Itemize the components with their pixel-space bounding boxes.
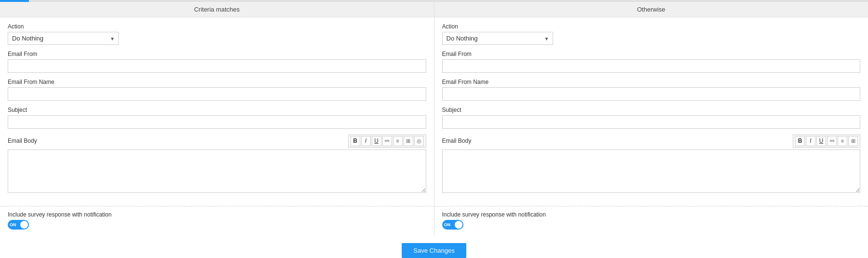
left-table-button[interactable]: ⊞ bbox=[404, 136, 413, 146]
right-bold-button[interactable]: B bbox=[795, 136, 805, 146]
right-toggle-wrapper: ON bbox=[442, 220, 861, 230]
right-email-from-group: Email From bbox=[442, 51, 861, 73]
left-toggle-on-label: ON bbox=[10, 222, 16, 227]
left-email-from-name-label: Email From Name bbox=[8, 79, 426, 85]
right-italic-button[interactable]: I bbox=[806, 136, 815, 146]
left-italic-button[interactable]: I bbox=[361, 136, 371, 146]
right-subject-input[interactable] bbox=[442, 115, 861, 129]
left-action-select-wrapper: Do Nothing Send Email Send SMS ▼ bbox=[8, 32, 119, 45]
right-email-body-label: Email Body bbox=[442, 137, 472, 144]
right-toggle-on-label: ON bbox=[444, 222, 451, 227]
right-email-body-label-row: Email Body B I U ⚯ ≡ ⊞ bbox=[442, 135, 861, 148]
left-action-group: Action Do Nothing Send Email Send SMS ▼ bbox=[8, 23, 426, 45]
left-email-from-label: Email From bbox=[8, 51, 426, 57]
left-email-body-textarea[interactable] bbox=[8, 149, 426, 193]
criteria-matches-header: Criteria matches bbox=[0, 2, 434, 17]
right-email-from-name-group: Email From Name bbox=[442, 79, 861, 101]
right-underline-button[interactable]: U bbox=[816, 136, 826, 146]
left-email-from-input[interactable] bbox=[8, 59, 426, 73]
right-email-from-name-input[interactable] bbox=[442, 87, 861, 101]
right-email-from-label: Email From bbox=[442, 51, 861, 57]
right-align-button[interactable]: ≡ bbox=[838, 136, 847, 146]
left-email-body-label-row: Email Body B I U ⚯ ≡ ⊞ ◎ bbox=[8, 135, 426, 148]
left-underline-button[interactable]: U bbox=[372, 136, 381, 146]
left-image-button[interactable]: ◎ bbox=[414, 136, 424, 146]
right-toggle-switch[interactable]: ON bbox=[442, 220, 463, 230]
left-toggle-wrapper: ON bbox=[8, 220, 426, 230]
criteria-matches-column: Criteria matches Action Do Nothing Send … bbox=[0, 2, 434, 235]
left-subject-input[interactable] bbox=[8, 115, 426, 129]
left-link-button[interactable]: ⚯ bbox=[382, 136, 392, 146]
right-action-select-wrapper: Do Nothing Send Email Send SMS ▼ bbox=[442, 32, 553, 45]
left-toggle-track: ON bbox=[8, 220, 29, 230]
right-email-body-textarea[interactable] bbox=[442, 149, 861, 193]
right-subject-group: Subject bbox=[442, 107, 861, 129]
right-toggle-knob bbox=[455, 221, 462, 229]
right-action-select[interactable]: Do Nothing Send Email Send SMS bbox=[442, 32, 553, 45]
left-survey-notification-label: Include survey response with notificatio… bbox=[8, 211, 426, 218]
left-toggle-knob bbox=[20, 221, 28, 229]
left-email-body-group: Email Body B I U ⚯ ≡ ⊞ ◎ bbox=[8, 135, 426, 194]
left-bold-button[interactable]: B bbox=[351, 136, 360, 146]
otherwise-column: Otherwise Action Do Nothing Send Email S… bbox=[434, 2, 868, 235]
left-email-from-name-input[interactable] bbox=[8, 87, 426, 101]
right-toggle-track: ON bbox=[442, 220, 463, 230]
right-editor-toolbar: B I U ⚯ ≡ ⊞ bbox=[793, 135, 860, 148]
save-changes-button[interactable]: Save Changes bbox=[402, 243, 466, 258]
right-link-button[interactable]: ⚯ bbox=[827, 136, 837, 146]
right-survey-notification-label: Include survey response with notificatio… bbox=[442, 211, 861, 218]
left-action-label: Action bbox=[8, 23, 426, 30]
left-align-button[interactable]: ≡ bbox=[393, 136, 403, 146]
right-subject-label: Subject bbox=[442, 107, 861, 113]
right-email-body-group: Email Body B I U ⚯ ≡ ⊞ bbox=[442, 135, 861, 194]
left-subject-label: Subject bbox=[8, 107, 426, 113]
right-email-from-input[interactable] bbox=[442, 59, 861, 73]
otherwise-header: Otherwise bbox=[434, 2, 868, 17]
progress-bar bbox=[0, 0, 868, 2]
right-email-from-name-label: Email From Name bbox=[442, 79, 861, 85]
page-wrapper: Criteria matches Action Do Nothing Send … bbox=[0, 0, 868, 258]
right-survey-notification-section: Include survey response with notificatio… bbox=[434, 206, 868, 235]
left-action-select[interactable]: Do Nothing Send Email Send SMS bbox=[8, 32, 119, 45]
criteria-matches-body: Action Do Nothing Send Email Send SMS ▼ … bbox=[0, 17, 434, 206]
two-column-layout: Criteria matches Action Do Nothing Send … bbox=[0, 2, 868, 235]
left-survey-notification-section: Include survey response with notificatio… bbox=[0, 206, 434, 235]
otherwise-body: Action Do Nothing Send Email Send SMS ▼ … bbox=[434, 17, 868, 206]
left-email-from-group: Email From bbox=[8, 51, 426, 73]
left-email-from-name-group: Email From Name bbox=[8, 79, 426, 101]
left-email-body-label: Email Body bbox=[8, 137, 37, 144]
left-editor-toolbar: B I U ⚯ ≡ ⊞ ◎ bbox=[348, 135, 426, 148]
left-toggle-switch[interactable]: ON bbox=[8, 220, 29, 230]
right-action-group: Action Do Nothing Send Email Send SMS ▼ bbox=[442, 23, 861, 45]
left-subject-group: Subject bbox=[8, 107, 426, 129]
save-changes-row: Save Changes bbox=[0, 235, 868, 258]
right-action-label: Action bbox=[442, 23, 861, 30]
right-table-button[interactable]: ⊞ bbox=[848, 136, 858, 146]
